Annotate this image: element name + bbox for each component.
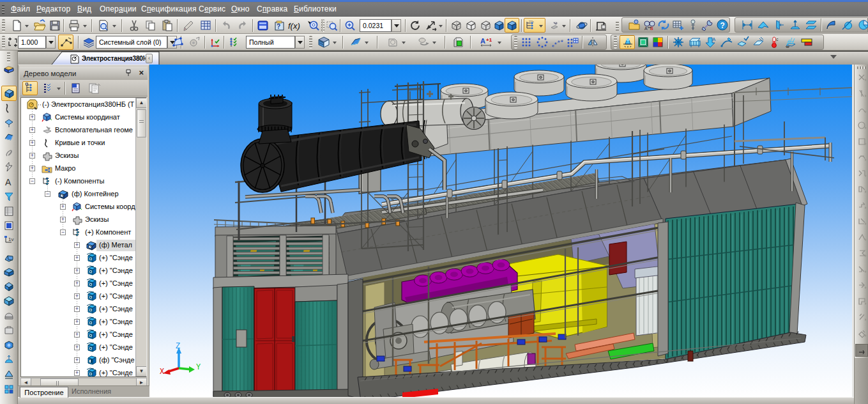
svg-text:c: c <box>776 37 779 42</box>
svg-text:A: A <box>712 36 716 42</box>
svg-text:1v: 1v <box>8 237 13 242</box>
svg-text:+1: +1 <box>486 37 492 43</box>
svg-text:?: ? <box>277 23 280 30</box>
svg-text:A: A <box>480 37 485 45</box>
svg-text:f(x): f(x) <box>288 21 300 31</box>
svg-text:B: B <box>650 26 653 31</box>
svg-text:A: A <box>644 26 648 31</box>
svg-text:X: X <box>160 368 164 377</box>
svg-text:Y: Y <box>196 363 201 372</box>
svg-text:A: A <box>5 177 11 187</box>
svg-text:?: ? <box>720 21 725 30</box>
svg-text:Z: Z <box>176 342 180 351</box>
